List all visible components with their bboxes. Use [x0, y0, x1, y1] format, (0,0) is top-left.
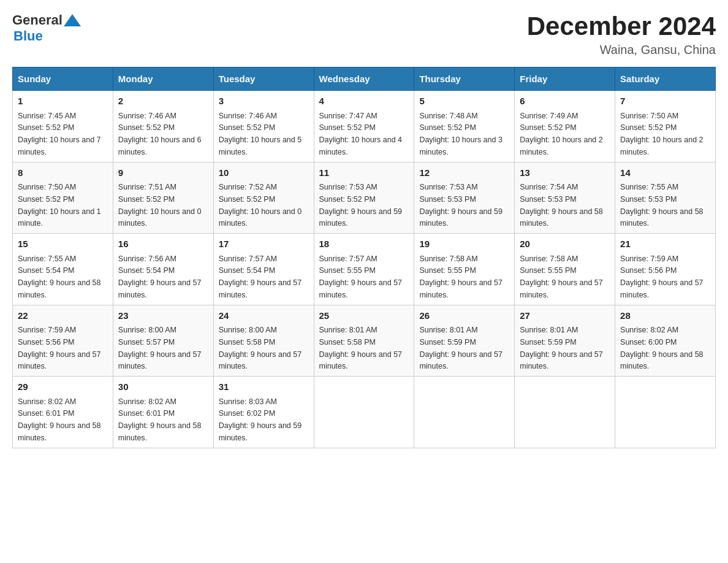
day-info: Sunrise: 7:47 AMSunset: 5:52 PMDaylight:…	[319, 112, 403, 156]
calendar-cell: 15 Sunrise: 7:55 AMSunset: 5:54 PMDaylig…	[13, 234, 113, 305]
logo: General Blue	[12, 12, 81, 44]
logo-triangle-icon	[64, 14, 81, 28]
calendar-cell: 29 Sunrise: 8:02 AMSunset: 6:01 PMDaylig…	[13, 377, 113, 448]
calendar-cell: 31 Sunrise: 8:03 AMSunset: 6:02 PMDaylig…	[213, 377, 314, 448]
day-info: Sunrise: 7:52 AMSunset: 5:52 PMDaylight:…	[219, 183, 302, 228]
day-number: 20	[520, 237, 610, 251]
day-number: 4	[319, 94, 409, 109]
day-info: Sunrise: 7:53 AMSunset: 5:53 PMDaylight:…	[419, 183, 502, 228]
day-number: 7	[620, 94, 710, 109]
calendar-cell: 30 Sunrise: 8:02 AMSunset: 6:01 PMDaylig…	[113, 377, 213, 448]
day-info: Sunrise: 8:02 AMSunset: 6:00 PMDaylight:…	[620, 326, 703, 370]
calendar-cell: 17 Sunrise: 7:57 AMSunset: 5:54 PMDaylig…	[213, 234, 314, 305]
day-info: Sunrise: 8:01 AMSunset: 5:58 PMDaylight:…	[319, 326, 403, 370]
day-info: Sunrise: 7:53 AMSunset: 5:52 PMDaylight:…	[319, 183, 403, 228]
calendar-cell	[314, 377, 414, 448]
day-number: 25	[319, 309, 409, 323]
calendar-cell: 3 Sunrise: 7:46 AMSunset: 5:52 PMDayligh…	[213, 91, 314, 163]
day-number: 2	[118, 94, 208, 109]
calendar-cell: 24 Sunrise: 8:00 AMSunset: 5:58 PMDaylig…	[213, 305, 314, 377]
calendar-week-row: 15 Sunrise: 7:55 AMSunset: 5:54 PMDaylig…	[13, 234, 716, 305]
header-tuesday: Tuesday	[213, 67, 314, 91]
header-wednesday: Wednesday	[314, 67, 414, 91]
header-monday: Monday	[113, 67, 213, 91]
day-number: 19	[419, 237, 509, 251]
day-info: Sunrise: 7:50 AMSunset: 5:52 PMDaylight:…	[18, 183, 101, 228]
calendar-cell: 8 Sunrise: 7:50 AMSunset: 5:52 PMDayligh…	[13, 162, 113, 234]
day-number: 16	[118, 237, 208, 251]
calendar-cell: 21 Sunrise: 7:59 AMSunset: 5:56 PMDaylig…	[615, 234, 716, 305]
day-number: 6	[520, 94, 610, 109]
day-number: 10	[219, 166, 309, 180]
day-info: Sunrise: 7:58 AMSunset: 5:55 PMDaylight:…	[419, 255, 502, 299]
calendar-cell: 27 Sunrise: 8:01 AMSunset: 5:59 PMDaylig…	[515, 305, 615, 377]
day-info: Sunrise: 7:57 AMSunset: 5:55 PMDaylight:…	[319, 255, 403, 299]
calendar-cell: 18 Sunrise: 7:57 AMSunset: 5:55 PMDaylig…	[314, 234, 414, 305]
day-number: 11	[319, 166, 409, 180]
day-number: 31	[219, 380, 309, 394]
day-number: 27	[520, 309, 610, 323]
header-sunday: Sunday	[13, 67, 113, 91]
day-info: Sunrise: 8:02 AMSunset: 6:01 PMDaylight:…	[118, 397, 202, 442]
day-info: Sunrise: 8:03 AMSunset: 6:02 PMDaylight:…	[219, 397, 302, 442]
day-number: 18	[319, 237, 409, 251]
day-number: 9	[118, 166, 208, 180]
calendar-cell: 10 Sunrise: 7:52 AMSunset: 5:52 PMDaylig…	[213, 162, 314, 234]
calendar-cell: 19 Sunrise: 7:58 AMSunset: 5:55 PMDaylig…	[414, 234, 515, 305]
day-info: Sunrise: 8:02 AMSunset: 6:01 PMDaylight:…	[18, 397, 101, 442]
day-info: Sunrise: 7:46 AMSunset: 5:52 PMDaylight:…	[219, 112, 302, 156]
day-number: 26	[419, 309, 509, 323]
calendar-cell	[414, 377, 515, 448]
header-thursday: Thursday	[414, 67, 515, 91]
calendar-table: Sunday Monday Tuesday Wednesday Thursday…	[12, 67, 716, 448]
day-number: 30	[118, 380, 208, 394]
day-info: Sunrise: 8:00 AMSunset: 5:58 PMDaylight:…	[219, 326, 302, 370]
calendar-week-row: 29 Sunrise: 8:02 AMSunset: 6:01 PMDaylig…	[13, 377, 716, 448]
calendar-cell: 5 Sunrise: 7:48 AMSunset: 5:52 PMDayligh…	[414, 91, 515, 163]
day-number: 3	[219, 94, 309, 109]
day-info: Sunrise: 7:54 AMSunset: 5:53 PMDaylight:…	[520, 183, 603, 228]
calendar-week-row: 22 Sunrise: 7:59 AMSunset: 5:56 PMDaylig…	[13, 305, 716, 377]
calendar-cell: 1 Sunrise: 7:45 AMSunset: 5:52 PMDayligh…	[13, 91, 113, 163]
calendar-week-row: 1 Sunrise: 7:45 AMSunset: 5:52 PMDayligh…	[13, 91, 716, 163]
calendar-cell: 28 Sunrise: 8:02 AMSunset: 6:00 PMDaylig…	[615, 305, 716, 377]
day-number: 5	[419, 94, 509, 109]
title-section: December 2024 Waina, Gansu, China	[527, 12, 716, 57]
day-info: Sunrise: 7:57 AMSunset: 5:54 PMDaylight:…	[219, 255, 302, 299]
logo-general-text: General	[12, 12, 63, 28]
calendar-cell: 23 Sunrise: 8:00 AMSunset: 5:57 PMDaylig…	[113, 305, 213, 377]
day-info: Sunrise: 7:56 AMSunset: 5:54 PMDaylight:…	[118, 255, 202, 299]
calendar-cell: 12 Sunrise: 7:53 AMSunset: 5:53 PMDaylig…	[414, 162, 515, 234]
calendar-cell: 13 Sunrise: 7:54 AMSunset: 5:53 PMDaylig…	[515, 162, 615, 234]
day-info: Sunrise: 7:55 AMSunset: 5:53 PMDaylight:…	[620, 183, 703, 228]
day-number: 12	[419, 166, 509, 180]
page-header: General Blue December 2024 Waina, Gansu,…	[12, 12, 716, 57]
day-info: Sunrise: 7:50 AMSunset: 5:52 PMDaylight:…	[620, 112, 703, 156]
day-info: Sunrise: 7:55 AMSunset: 5:54 PMDaylight:…	[18, 255, 101, 299]
location-subtitle: Waina, Gansu, China	[527, 43, 716, 57]
day-info: Sunrise: 7:45 AMSunset: 5:52 PMDaylight:…	[18, 112, 101, 156]
day-info: Sunrise: 8:01 AMSunset: 5:59 PMDaylight:…	[419, 326, 502, 370]
day-info: Sunrise: 7:49 AMSunset: 5:52 PMDaylight:…	[520, 112, 603, 156]
day-number: 21	[620, 237, 710, 251]
calendar-cell: 7 Sunrise: 7:50 AMSunset: 5:52 PMDayligh…	[615, 91, 716, 163]
svg-marker-0	[64, 14, 81, 26]
day-number: 15	[18, 237, 108, 251]
calendar-cell	[515, 377, 615, 448]
calendar-cell: 16 Sunrise: 7:56 AMSunset: 5:54 PMDaylig…	[113, 234, 213, 305]
day-info: Sunrise: 7:51 AMSunset: 5:52 PMDaylight:…	[118, 183, 202, 228]
day-number: 28	[620, 309, 710, 323]
day-number: 14	[620, 166, 710, 180]
day-number: 8	[18, 166, 108, 180]
calendar-cell: 11 Sunrise: 7:53 AMSunset: 5:52 PMDaylig…	[314, 162, 414, 234]
day-info: Sunrise: 7:46 AMSunset: 5:52 PMDaylight:…	[118, 112, 202, 156]
day-number: 22	[18, 309, 108, 323]
day-info: Sunrise: 7:58 AMSunset: 5:55 PMDaylight:…	[520, 255, 603, 299]
calendar-cell: 6 Sunrise: 7:49 AMSunset: 5:52 PMDayligh…	[515, 91, 615, 163]
day-number: 13	[520, 166, 610, 180]
day-info: Sunrise: 8:00 AMSunset: 5:57 PMDaylight:…	[118, 326, 202, 370]
calendar-cell: 20 Sunrise: 7:58 AMSunset: 5:55 PMDaylig…	[515, 234, 615, 305]
day-number: 29	[18, 380, 108, 394]
day-number: 1	[18, 94, 108, 109]
calendar-cell: 2 Sunrise: 7:46 AMSunset: 5:52 PMDayligh…	[113, 91, 213, 163]
